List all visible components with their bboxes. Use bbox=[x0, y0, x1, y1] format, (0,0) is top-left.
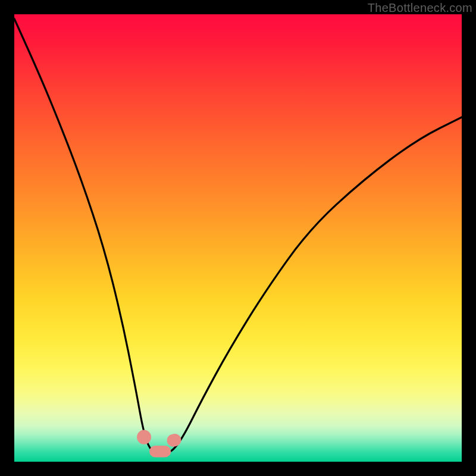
chart-overlay bbox=[14, 14, 462, 462]
fit-marker-left bbox=[137, 430, 151, 444]
fit-region bbox=[149, 446, 171, 458]
bottleneck-curve bbox=[14, 19, 462, 453]
fit-marker-right bbox=[166, 433, 183, 448]
watermark-text: TheBottleneck.com bbox=[368, 1, 472, 15]
fit-markers bbox=[137, 430, 182, 458]
